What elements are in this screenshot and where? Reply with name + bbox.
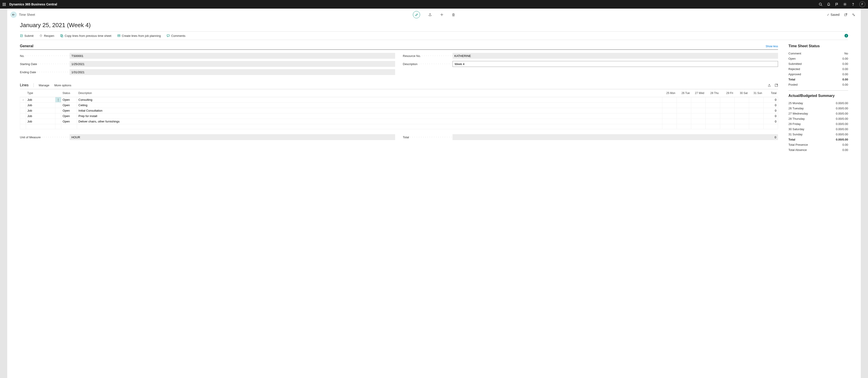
search-icon[interactable] (819, 2, 822, 6)
global-header: Dynamics 365 Business Central F (0, 0, 868, 8)
col-total[interactable]: Total (764, 89, 778, 97)
page-card: Time Sheet Saved January 25, 2021 (Week … (7, 8, 861, 378)
back-button[interactable] (10, 11, 17, 18)
col-d7[interactable]: 31 Sun (749, 89, 764, 97)
info-badge-icon[interactable]: i (844, 34, 848, 37)
manage-action[interactable]: Manage (39, 84, 49, 87)
row-menu-icon[interactable] (55, 102, 61, 108)
col-d2[interactable]: 26 Tue (677, 89, 691, 97)
summary-box-title: Actual/Budgeted Summary (788, 94, 848, 98)
summary-row: 26 Tuesday0.00/0.00 (788, 106, 848, 111)
create-label: Create lines from job planning (122, 34, 161, 37)
edit-button[interactable] (413, 11, 420, 18)
total-field (453, 134, 778, 140)
row-menu-icon[interactable]: ⋮ (55, 97, 61, 102)
col-d1[interactable]: 25 Mon (662, 89, 677, 97)
summary-row: 30 Saturday0.00/0.00 (788, 127, 848, 132)
submit-action[interactable]: Submit (20, 34, 33, 37)
lines-table: Type Status Description 25 Mon 26 Tue 27… (20, 89, 778, 129)
svg-line-1 (821, 5, 822, 6)
comments-label: Comments (171, 34, 185, 37)
description-field[interactable] (453, 61, 778, 67)
row-menu-icon[interactable] (55, 108, 61, 114)
col-status[interactable]: Status (61, 89, 77, 97)
table-row[interactable]: →Job⋮OpenConsulting0 (20, 97, 778, 102)
svg-line-27 (776, 84, 778, 85)
col-d6[interactable]: 30 Sat (735, 89, 749, 97)
svg-point-4 (844, 4, 846, 5)
flag-icon[interactable] (835, 2, 839, 6)
copy-icon (60, 34, 63, 37)
copy-label: Copy lines from previous time sheet (65, 34, 112, 37)
saved-indicator: Saved (827, 13, 839, 17)
ending-date-field (70, 69, 395, 75)
status-row: Submitted0.00 (788, 61, 848, 66)
no-label: No. (20, 54, 70, 58)
submit-icon (20, 34, 23, 37)
summary-row: 29 Friday0.00/0.00 (788, 121, 848, 127)
comments-action[interactable]: Comments (166, 34, 185, 37)
summary-row: Total Absence0.00 (788, 147, 848, 153)
action-bar: Submit Reopen Copy lines from previous t… (20, 31, 848, 40)
share-icon[interactable] (428, 13, 432, 17)
uom-field (70, 134, 395, 140)
help-icon[interactable] (851, 2, 855, 6)
uom-label: Unit of Measure (20, 135, 70, 139)
lines-heading: Lines (20, 83, 34, 87)
svg-point-5 (853, 5, 853, 5)
bell-icon[interactable] (827, 2, 831, 6)
collapse-icon[interactable] (852, 13, 855, 17)
resource-label: Resource No. (403, 54, 453, 58)
lines-share-icon[interactable] (768, 84, 771, 87)
row-menu-icon[interactable] (55, 119, 61, 124)
resource-field (453, 53, 778, 59)
status-row: Approved0.00 (788, 72, 848, 77)
table-row[interactable]: JobOpenInitial Consultation0 (20, 108, 778, 114)
svg-rect-15 (844, 14, 846, 15)
svg-line-18 (854, 15, 855, 16)
delete-icon[interactable] (452, 13, 455, 17)
table-row[interactable]: JobOpenDeliver chairs, other furnishings… (20, 119, 778, 124)
summary-row: 31 Sunday0.00/0.00 (788, 132, 848, 137)
general-header: General Show less (20, 44, 778, 50)
table-row[interactable]: JobOpenCeiling0 (20, 102, 778, 108)
lines-expand-icon[interactable] (775, 84, 778, 87)
show-less-link[interactable]: Show less (766, 45, 778, 48)
submit-label: Submit (24, 34, 33, 37)
reopen-icon (39, 34, 42, 37)
create-lines-action[interactable]: Create lines from job planning (117, 34, 161, 37)
description-label: Description (403, 62, 453, 66)
summary-row: Total0.00/0.00 (788, 137, 848, 142)
status-row: Posted0.00 (788, 82, 848, 87)
svg-point-0 (819, 3, 822, 5)
status-row: Open0.00 (788, 56, 848, 61)
col-d5[interactable]: 29 Fri (720, 89, 735, 97)
svg-rect-22 (118, 35, 120, 37)
more-options-action[interactable]: More options (54, 84, 71, 87)
general-heading: General (20, 44, 33, 48)
copy-lines-action[interactable]: Copy lines from previous time sheet (60, 34, 112, 37)
ending-date-label: Ending Date (20, 70, 70, 74)
row-menu-icon[interactable] (55, 114, 61, 119)
status-row: Total0.00 (788, 77, 848, 82)
no-field (70, 53, 395, 59)
summary-row: 25 Monday0.00/0.00 (788, 100, 848, 106)
col-type[interactable]: Type (26, 89, 55, 97)
app-launcher-icon[interactable] (3, 3, 6, 6)
user-avatar[interactable]: F (860, 1, 865, 7)
reopen-label: Reopen (44, 34, 54, 37)
total-label: Total (403, 135, 453, 139)
summary-row: Total Presence0.00 (788, 142, 848, 147)
new-icon[interactable] (440, 13, 444, 17)
col-description[interactable]: Description (77, 89, 662, 97)
col-d4[interactable]: 28 Thu (706, 89, 720, 97)
breadcrumb: Time Sheet (19, 13, 35, 17)
col-d3[interactable]: 27 Wed (691, 89, 706, 97)
comments-icon (166, 34, 170, 37)
starting-date-field (70, 61, 395, 67)
reopen-action[interactable]: Reopen (39, 34, 54, 37)
popout-icon[interactable] (844, 13, 847, 17)
summary-row: 27 Wednesday0.00/0.00 (788, 111, 848, 116)
gear-icon[interactable] (843, 2, 847, 6)
table-row[interactable]: JobOpenPrep for install0 (20, 114, 778, 119)
